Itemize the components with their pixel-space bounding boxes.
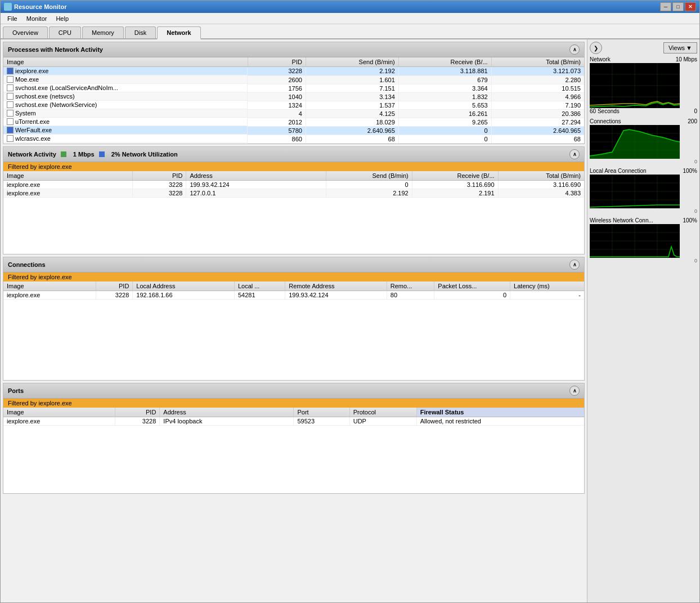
minimize-button[interactable]: ─ (660, 2, 671, 11)
seconds-title: 60 Seconds (590, 108, 620, 114)
connections-graph-section: Connections 200 (590, 118, 697, 164)
network-graph-value: 10 Mbps (676, 56, 697, 62)
table-row[interactable]: svchost.exe (LocalServiceAndNoIm... 1756… (3, 84, 584, 92)
table-row[interactable]: iexplore.exe 3228 199.93.42.124 0 3.116.… (3, 180, 584, 189)
local-area-value: 100% (683, 168, 697, 174)
connections-collapse-btn[interactable]: ∧ (569, 260, 580, 270)
col-total[interactable]: Total (B/min) (491, 57, 584, 67)
badge-blue (99, 151, 105, 157)
table-row[interactable]: Moe.exe 2600 1.601 679 2.280 (3, 75, 584, 84)
ports-title: Ports (8, 387, 24, 394)
processes-header-row: Image PID Send (B/min) Receive (B/... (3, 57, 584, 67)
col-receive[interactable]: Receive (B/... (398, 57, 491, 67)
conn-col-latency[interactable]: Latency (ms) (510, 282, 584, 291)
connections-graph-zero: 0 (590, 159, 697, 164)
process-checkbox[interactable] (7, 118, 14, 125)
wireless-graph-section: Wireless Network Conn... 100% (590, 217, 697, 263)
network-activity-table: Image PID Address Send (B/min) Receive (… (3, 171, 584, 198)
tab-disk[interactable]: Disk (125, 26, 156, 38)
process-checkbox[interactable] (7, 93, 14, 100)
conn-col-image[interactable]: Image (3, 282, 96, 291)
conn-col-remote-addr[interactable]: Remote Address (285, 282, 387, 291)
processes-collapse-btn[interactable]: ∧ (569, 44, 580, 55)
views-button[interactable]: Views ▼ (663, 42, 697, 53)
table-row[interactable]: uTorrent.exe 2012 18.029 9.265 27.294 (3, 118, 584, 126)
wireless-title: Wireless Network Conn... (590, 217, 653, 224)
network-activity-collapse-btn[interactable]: ∧ (569, 149, 580, 159)
conn-col-packet-loss[interactable]: Packet Loss... (434, 282, 510, 291)
right-panel: ❯ Views ▼ Network 10 Mbps (587, 39, 699, 602)
network-graph-label: Network 10 Mbps (590, 56, 697, 62)
tab-overview[interactable]: Overview (3, 26, 48, 38)
conn-col-local-addr[interactable]: Local Address (133, 282, 235, 291)
network-activity-header: Network Activity 1 Mbps 2% Network Utili… (3, 147, 584, 162)
table-row[interactable]: WerFault.exe 5780 2.640.965 0 2.640.965 (3, 126, 584, 135)
na-col-send[interactable]: Send (B/min) (326, 171, 412, 181)
port-col-pid[interactable]: PID (115, 408, 159, 417)
process-checkbox[interactable] (7, 135, 14, 142)
process-checkbox[interactable] (7, 84, 14, 91)
port-col-address[interactable]: Address (160, 408, 294, 417)
menu-monitor[interactable]: Monitor (22, 14, 52, 23)
connections-filter: Filtered by iexplore.exe (3, 273, 584, 282)
port-col-image[interactable]: Image (3, 408, 115, 417)
left-panel: Processes with Network Activity ∧ Image … (1, 39, 587, 602)
process-checkbox[interactable] (7, 101, 14, 108)
network-graph-svg (590, 63, 680, 108)
network-activity-badge: 1 Mbps (73, 151, 95, 158)
svg-marker-12 (590, 129, 680, 159)
table-row[interactable]: svchost.exe (netsvcs) 1040 3.134 1.832 4… (3, 92, 584, 101)
port-col-port[interactable]: Port (294, 408, 349, 417)
close-button[interactable]: ✕ (685, 2, 696, 11)
table-row[interactable]: iexplore.exe 3228 192.168.1.66 54281 199… (3, 291, 584, 299)
wireless-graph-canvas (590, 224, 680, 258)
na-col-pid[interactable]: PID (132, 171, 186, 181)
connections-graph-title: Connections (590, 118, 621, 124)
window-title: Resource Monitor (14, 3, 67, 10)
process-checkbox[interactable] (7, 68, 14, 74)
ports-header-row: Image PID Address Port Protocol Firewall… (3, 408, 584, 417)
connections-graph-value: 200 (688, 118, 697, 124)
tab-memory[interactable]: Memory (82, 26, 124, 38)
local-area-graph-svg (590, 175, 680, 208)
port-col-firewall[interactable]: Firewall Status (416, 408, 584, 417)
na-col-address[interactable]: Address (186, 171, 326, 181)
table-row[interactable]: System 4 4.125 16.261 20.386 (3, 109, 584, 118)
process-checkbox[interactable] (7, 127, 14, 133)
nav-button[interactable]: ❯ (590, 42, 602, 54)
tab-cpu[interactable]: CPU (49, 26, 81, 38)
menu-help[interactable]: Help (51, 14, 73, 23)
na-col-receive[interactable]: Receive (B/... (412, 171, 498, 181)
processes-table: Image PID Send (B/min) Receive (B/... (3, 57, 584, 144)
conn-col-pid[interactable]: PID (96, 282, 133, 291)
table-row[interactable]: svchost.exe (NetworkService) 1324 1.537 … (3, 101, 584, 109)
process-checkbox[interactable] (7, 110, 14, 117)
network-graph-canvas (590, 63, 680, 108)
na-col-total[interactable]: Total (B/min) (498, 171, 584, 181)
network-activity-title-group: Network Activity 1 Mbps 2% Network Utili… (8, 151, 178, 158)
col-pid[interactable]: PID (248, 57, 306, 67)
port-col-protocol[interactable]: Protocol (349, 408, 416, 417)
connections-graph-label: Connections 200 (590, 118, 697, 124)
local-area-graph-section: Local Area Connection 100% 0 (590, 168, 697, 214)
tab-network[interactable]: Network (157, 26, 200, 39)
maximize-button[interactable]: □ (672, 2, 684, 11)
conn-col-local-port[interactable]: Local ... (234, 282, 285, 291)
network-activity-section: Network Activity 1 Mbps 2% Network Utili… (3, 146, 585, 254)
ports-collapse-btn[interactable]: ∧ (569, 386, 580, 396)
ports-table: Image PID Address Port Protocol Firewall… (3, 408, 584, 426)
ports-filter: Filtered by iexplore.exe (3, 399, 584, 408)
process-checkbox[interactable] (7, 76, 14, 83)
connections-section: Connections ∧ Filtered by iexplore.exe I… (3, 257, 585, 381)
table-row[interactable]: iexplore.exe 3228 127.0.0.1 2.192 2.191 … (3, 189, 584, 197)
conn-col-remote[interactable]: Remo... (387, 282, 434, 291)
table-row[interactable]: iexplore.exe 3228 IPv4 loopback 59523 UD… (3, 417, 584, 425)
col-send[interactable]: Send (B/min) (306, 57, 398, 67)
na-col-image[interactable]: Image (3, 171, 132, 181)
table-row[interactable]: iexplore.exe 3228 2.192 3.118.881 3.121.… (3, 67, 584, 76)
col-image[interactable]: Image (3, 57, 248, 67)
main-content: Processes with Network Activity ∧ Image … (1, 39, 699, 602)
connections-header-row: Image PID Local Address Local ... Remote… (3, 282, 584, 291)
table-row[interactable]: wlcrasvc.exe 860 68 0 68 (3, 135, 584, 143)
menu-file[interactable]: File (3, 14, 22, 23)
